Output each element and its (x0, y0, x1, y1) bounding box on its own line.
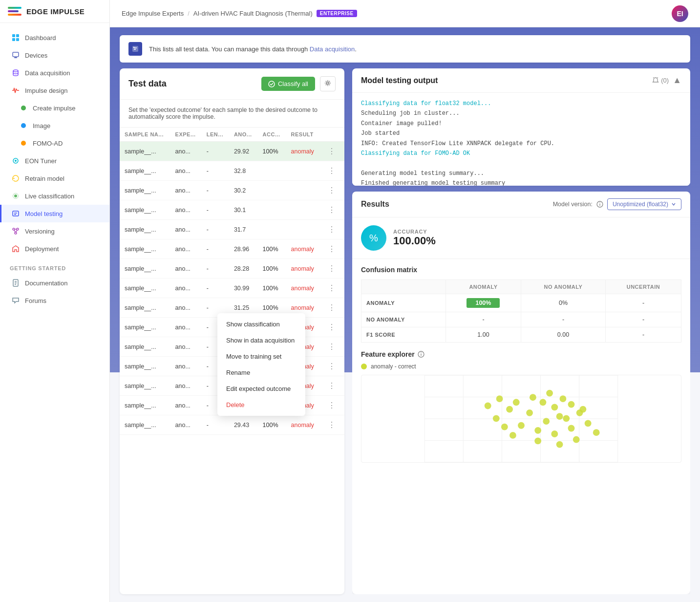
matrix-row-label: ANOMALY (361, 294, 446, 312)
sidebar-item-forums[interactable]: Forums (0, 292, 109, 309)
svg-rect-5 (14, 57, 17, 58)
row-menu-button[interactable]: ⋮ (325, 244, 339, 254)
breadcrumb: Edge Impulse Experts / AI-driven HVAC Fa… (122, 10, 357, 17)
row-menu-button[interactable]: ⋮ (325, 224, 339, 235)
sidebar-item-eon-tuner[interactable]: EON Tuner (0, 152, 109, 170)
row-menu-button[interactable]: ⋮ (325, 342, 339, 352)
matrix-cell-uncertain: - (605, 294, 681, 312)
model-version-select[interactable]: Unoptimized (float32) (607, 198, 681, 210)
context-menu-delete[interactable]: Delete (217, 397, 305, 413)
classify-all-button[interactable]: Classify all (261, 77, 315, 91)
collapse-button[interactable]: ▲ (673, 75, 681, 86)
cell-anomaly: 31.7 (229, 220, 258, 239)
row-menu-button[interactable]: ⋮ (325, 205, 339, 215)
cell-accuracy (258, 200, 286, 220)
context-menu-rename[interactable]: Rename (217, 365, 305, 381)
notification-count: (0) (661, 77, 669, 84)
sidebar-item-create-impulse[interactable]: Create impulse (0, 99, 109, 117)
cell-expected: ano... (170, 376, 202, 396)
row-menu-button[interactable]: ⋮ (325, 146, 339, 156)
cell-actions: ⋮ (320, 298, 344, 318)
data-acquisition-link[interactable]: Data acquisition (310, 45, 355, 53)
sidebar-item-live[interactable]: Live classification (0, 187, 109, 205)
table-row: sample__... ano... - 30.99 100% anomaly … (120, 279, 344, 298)
svg-point-58 (526, 409, 533, 416)
cell-actions: ⋮ (320, 142, 344, 161)
svg-point-61 (551, 430, 558, 437)
cell-sample-name: sample__... (120, 161, 170, 181)
table-row: sample__... ano... - 28.28 100% anomaly … (120, 259, 344, 279)
row-menu-button[interactable]: ⋮ (325, 263, 339, 274)
row-menu-button[interactable]: ⋮ (325, 420, 339, 430)
row-menu-button[interactable]: ⋮ (325, 166, 339, 176)
sidebar-item-create-label: Create impulse (33, 105, 75, 112)
context-menu-edit-expected[interactable]: Edit expected outcome (217, 381, 305, 397)
sidebar-item-deployment-label: Deployment (25, 245, 59, 253)
breadcrumb-part1[interactable]: Edge Impulse Experts (122, 10, 184, 17)
info-text-end: . (355, 45, 357, 53)
sidebar-item-live-label: Live classification (25, 193, 74, 200)
sidebar-item-documentation[interactable]: Documentation (0, 274, 109, 292)
cell-expected: ano... (170, 415, 202, 435)
svg-point-52 (568, 401, 575, 408)
svg-point-62 (568, 425, 575, 432)
context-menu: Show classificationShow in data acquisit… (217, 313, 305, 416)
cell-expected: ano... (170, 396, 202, 415)
svg-point-59 (518, 422, 525, 429)
row-menu-button[interactable]: ⋮ (325, 400, 339, 410)
sidebar-item-impulse-design[interactable]: Impulse design (0, 82, 109, 99)
sidebar-item-image[interactable]: Image (0, 117, 109, 134)
cell-sample-name: sample__... (120, 396, 170, 415)
sidebar-item-devices[interactable]: Devices (0, 46, 109, 64)
sidebar-item-versioning[interactable]: Versioning (0, 222, 109, 240)
cell-accuracy (258, 181, 286, 200)
svg-point-32 (599, 202, 600, 203)
col-anomaly: ANO... (229, 128, 258, 142)
settings-button[interactable] (320, 76, 336, 91)
row-menu-button[interactable]: ⋮ (325, 302, 339, 313)
svg-rect-4 (13, 52, 19, 57)
svg-rect-11 (13, 211, 19, 216)
info-banner-text: This lists all test data. You can manage… (149, 45, 357, 53)
cell-actions: ⋮ (320, 161, 344, 181)
table-row: sample__... ano... - 29.92 100% anomaly … (120, 142, 344, 161)
sidebar-item-fomo-ad[interactable]: FOMO-AD (0, 134, 109, 152)
row-menu-button[interactable]: ⋮ (325, 361, 339, 371)
table-row: sample__... ano... - 31.7 ⋮ (120, 220, 344, 239)
svg-rect-25 (133, 47, 134, 48)
context-menu-move-to-training[interactable]: Move to training set (217, 348, 305, 365)
sidebar-item-model-testing[interactable]: Model testing (0, 205, 109, 222)
row-menu-button[interactable]: ⋮ (325, 283, 339, 293)
results-title: Results (361, 200, 389, 209)
cell-length: - (202, 200, 229, 220)
sidebar-item-deployment[interactable]: Deployment (0, 240, 109, 258)
notification-button[interactable]: (0) (652, 77, 669, 84)
cell-expected: ano... (170, 259, 202, 279)
cell-accuracy (258, 161, 286, 181)
row-menu-button[interactable]: ⋮ (325, 185, 339, 195)
model-testing-panel: Model testing output (0) ▲ Classifying d (352, 68, 690, 594)
matrix-row: F1 SCORE 1.00 0.00 - (361, 327, 681, 343)
info-banner: This lists all test data. You can manage… (120, 35, 690, 63)
cell-accuracy: 100% (258, 259, 286, 279)
info-icon (128, 42, 142, 56)
row-menu-button[interactable]: ⋮ (325, 381, 339, 391)
matrix-row-label: F1 SCORE (361, 327, 446, 343)
avatar[interactable]: EI (672, 5, 688, 22)
sidebar-item-dashboard[interactable]: Dashboard (0, 29, 109, 46)
svg-point-60 (534, 427, 541, 434)
context-menu-show-classification[interactable]: Show classification (217, 316, 305, 332)
matrix-header-anomaly: ANOMALY (445, 280, 521, 294)
cell-expected: ano... (170, 200, 202, 220)
sidebar-item-data-acquisition[interactable]: Data acquisition (0, 64, 109, 82)
col-length: LEN... (202, 128, 229, 142)
cell-sample-name: sample__... (120, 318, 170, 337)
cell-accuracy: 100% (258, 239, 286, 259)
sidebar-item-data-label: Data acquisition (25, 69, 70, 77)
sidebar-item-retrain[interactable]: Retrain model (0, 170, 109, 187)
row-menu-button[interactable]: ⋮ (325, 322, 339, 332)
table-row: sample__... ano... - 29.43 100% anomaly … (120, 415, 344, 435)
sidebar-item-versioning-label: Versioning (25, 228, 55, 235)
accuracy-info: ACCURACY 100.00% (393, 229, 436, 247)
context-menu-show-in-data[interactable]: Show in data acquisition (217, 332, 305, 348)
